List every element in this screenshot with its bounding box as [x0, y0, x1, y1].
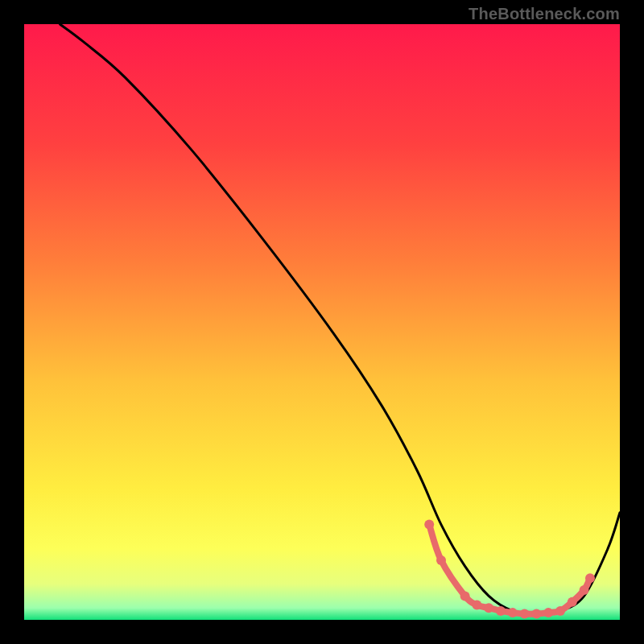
fit-region-marker	[555, 606, 565, 616]
watermark-text: TheBottleneck.com	[469, 5, 620, 23]
fit-region-marker	[543, 608, 553, 617]
plot-area	[24, 24, 620, 620]
fit-region-marker	[436, 555, 446, 565]
fit-region-marker	[585, 573, 595, 583]
fit-region-marker	[508, 608, 518, 617]
chart-container: TheBottleneck.com	[0, 0, 644, 644]
fit-region-marker	[580, 585, 589, 595]
fit-region-marker	[424, 520, 434, 530]
fit-region-marker	[460, 591, 470, 601]
chart-svg	[24, 24, 620, 620]
fit-region-marker	[484, 603, 493, 613]
fit-region-marker	[520, 609, 530, 619]
fit-region-marker	[531, 609, 541, 619]
fit-region-marker	[496, 606, 506, 616]
gradient-background	[24, 24, 620, 620]
fit-region-marker	[472, 601, 481, 610]
fit-region-marker	[568, 597, 577, 607]
